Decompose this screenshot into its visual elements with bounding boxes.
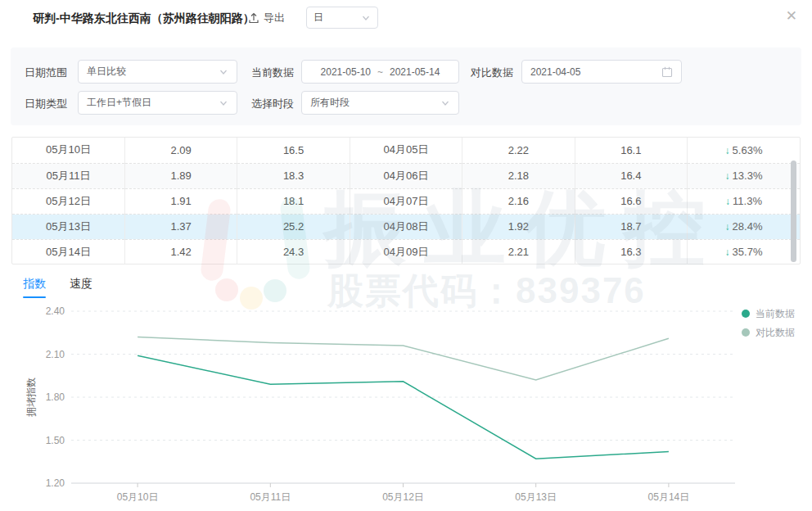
time-period-value: 所有时段: [310, 96, 350, 110]
table-cell-cmp_date: 04月07日: [350, 188, 462, 214]
table-cell-cmp_date: 04月08日: [350, 214, 462, 239]
current-start-date: 2021-05-10: [321, 66, 371, 78]
legend-label: 对比数据: [756, 327, 795, 338]
export-label: 导出: [264, 11, 285, 25]
table-cell-date: 05月11日: [12, 163, 124, 188]
chart-canvas: 2.402.101.801.501.20拥堵指数05月10日05月11日05月1…: [0, 303, 812, 511]
x-tick-label: 05月12日: [382, 491, 424, 503]
series-line-当前数据: [138, 355, 669, 459]
table-cell-date: 05月12日: [12, 188, 124, 214]
index-line-chart: 2.402.101.801.501.20拥堵指数05月10日05月11日05月1…: [0, 303, 812, 511]
time-period-label: 选择时段: [251, 97, 294, 111]
down-arrow-icon: ↓: [725, 221, 730, 233]
close-icon[interactable]: ✕: [786, 9, 797, 23]
table-cell-index: 1.42: [124, 239, 237, 265]
chevron-down-icon: [219, 98, 228, 108]
table-cell-cmp_date: 04月09日: [350, 239, 462, 265]
table-cell-cmp_speed: 16.3: [575, 239, 687, 265]
table-row[interactable]: 05月14日1.4224.304月09日2.2116.3↓35.7%: [12, 239, 800, 265]
table-cell-date: 05月13日: [12, 214, 124, 239]
change-percent: 13.3%: [733, 170, 763, 182]
chart-tabs: 指数 速度: [23, 277, 92, 298]
range-separator: ~: [377, 66, 383, 78]
down-arrow-icon: ↓: [725, 196, 730, 207]
change-percent: 11.3%: [733, 195, 762, 207]
tab-index[interactable]: 指数: [23, 277, 46, 298]
table-row[interactable]: 05月11日1.8918.304月06日2.1816.4↓13.3%: [12, 163, 800, 188]
change-percent: 5.63%: [733, 144, 763, 156]
table-row[interactable]: 05月12日1.9118.104月07日2.1616.6↓11.3%: [12, 188, 800, 214]
table-cell-index: 1.91: [124, 188, 237, 214]
current-data-daterange[interactable]: 2021-05-10 ~ 2021-05-14: [301, 60, 459, 84]
table-cell-speed: 18.3: [237, 163, 350, 188]
table-cell-cmp_index: 2.21: [462, 239, 575, 265]
date-range-select[interactable]: 单日比较: [78, 60, 237, 84]
change-percent: 35.7%: [733, 246, 763, 258]
table-cell-cmp_index: 2.18: [462, 163, 575, 188]
compare-data-datepicker[interactable]: 2021-04-05: [521, 60, 682, 84]
table-cell-cmp_speed: 18.7: [575, 214, 687, 239]
period-select[interactable]: 日: [306, 7, 378, 29]
table-cell-speed: 18.1: [237, 188, 350, 214]
legend-item[interactable]: 对比数据: [742, 327, 795, 338]
table-cell-cmp_index: 2.16: [462, 188, 575, 214]
table-cell-date: 05月10日: [12, 138, 124, 163]
page-title: 研判-中华路东北往西南（苏州路往朝阳路）: [33, 11, 255, 26]
time-period-select[interactable]: 所有时段: [301, 91, 459, 115]
table-cell-cmp_date: 04月06日: [350, 163, 462, 188]
legend-label: 当前数据: [756, 308, 795, 319]
chevron-down-icon: [440, 98, 450, 108]
y-tick-label: 1.50: [46, 435, 65, 446]
table-cell-cmp_date: 04月05日: [350, 138, 462, 163]
x-tick-label: 05月10日: [117, 491, 159, 503]
table-cell-index: 1.37: [124, 214, 237, 239]
series-line-对比数据: [138, 337, 669, 381]
date-type-select[interactable]: 工作日+节假日: [78, 91, 237, 115]
y-tick-label: 1.20: [46, 477, 65, 489]
filter-panel: 日期范围 单日比较 当前数据 2021-05-10 ~ 2021-05-14 对…: [11, 47, 801, 125]
legend-dot: [742, 310, 750, 318]
chevron-down-icon: [219, 67, 228, 77]
table-cell-cmp_speed: 16.6: [575, 188, 687, 214]
table-cell-speed: 24.3: [237, 239, 350, 265]
legend-item[interactable]: 当前数据: [742, 308, 795, 319]
table-row[interactable]: 05月10日2.0916.504月05日2.2216.1↓5.63%: [12, 138, 800, 163]
comparison-table: 05月10日2.0916.504月05日2.2216.1↓5.63%05月11日…: [11, 137, 801, 265]
table-cell-change: ↓11.3%: [688, 188, 800, 214]
down-arrow-icon: ↓: [725, 170, 730, 182]
table-scrollbar[interactable]: [791, 161, 796, 262]
watermark-logo-pink-dot: [215, 278, 238, 301]
table-cell-change: ↓35.7%: [688, 239, 800, 265]
y-tick-label: 2.40: [46, 305, 65, 317]
current-end-date: 2021-05-14: [390, 66, 440, 78]
table-cell-cmp_index: 1.92: [462, 214, 575, 239]
date-range-label: 日期范围: [25, 66, 67, 80]
x-tick-label: 05月11日: [250, 491, 291, 503]
x-tick-label: 05月14日: [648, 491, 690, 503]
date-type-label: 日期类型: [25, 97, 67, 111]
compare-data-label: 对比数据: [471, 66, 513, 80]
change-percent: 28.4%: [733, 220, 763, 233]
calendar-icon: [661, 66, 673, 78]
tab-speed[interactable]: 速度: [70, 277, 92, 298]
upload-icon: [248, 12, 259, 24]
table-cell-cmp_speed: 16.4: [575, 163, 687, 188]
y-axis-label: 拥堵指数: [25, 378, 37, 417]
period-select-value: 日: [314, 11, 323, 25]
chevron-down-icon: [361, 13, 371, 23]
x-tick-label: 05月13日: [515, 491, 557, 503]
watermark-logo-teal-dot: [264, 279, 286, 302]
table-cell-speed: 25.2: [237, 214, 350, 239]
down-arrow-icon: ↓: [725, 145, 730, 156]
traffic-analysis-modal: 研判-中华路东北往西南（苏州路往朝阳路） 导出 日 ✕ 日期范围 单日比较 当前…: [0, 0, 812, 511]
table-cell-change: ↓28.4%: [688, 214, 800, 239]
table-cell-speed: 16.5: [237, 138, 350, 163]
table-cell-change: ↓13.3%: [688, 163, 800, 188]
date-range-value: 单日比较: [87, 65, 126, 79]
y-tick-label: 1.80: [46, 391, 65, 403]
table-cell-index: 1.89: [124, 163, 237, 188]
table-cell-change: ↓5.63%: [688, 138, 800, 163]
table-row[interactable]: 05月13日1.3725.204月08日1.9218.7↓28.4%: [12, 214, 800, 239]
down-arrow-icon: ↓: [725, 246, 730, 258]
export-button[interactable]: 导出: [248, 11, 285, 25]
